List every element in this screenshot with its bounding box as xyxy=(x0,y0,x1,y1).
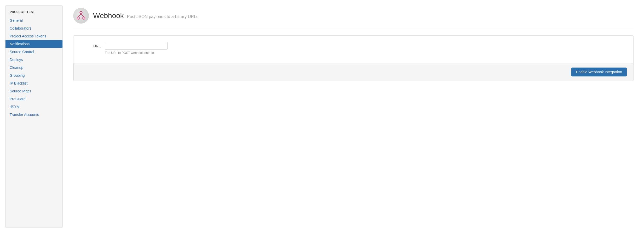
page-header: Webhook Post JSON payloads to arbitrary … xyxy=(73,8,634,29)
project-label: PROJECT: TEST xyxy=(5,9,62,16)
main-content: Webhook Post JSON payloads to arbitrary … xyxy=(68,5,639,228)
url-field-group: The URL to POST webhook data to xyxy=(105,42,168,55)
sidebar-item-source-maps[interactable]: Source Maps xyxy=(5,87,62,95)
page-title: Webhook xyxy=(93,12,124,20)
sidebar-item-transfer-accounts[interactable]: Transfer Accounts xyxy=(5,111,62,119)
title-group: Webhook Post JSON payloads to arbitrary … xyxy=(93,12,198,20)
action-panel: Enable Webhook Integration xyxy=(73,63,633,81)
url-hint: The URL to POST webhook data to xyxy=(105,51,168,55)
sidebar-item-project-access-tokens[interactable]: Project Access Tokens xyxy=(5,32,62,40)
sidebar-item-deploys[interactable]: Deploys xyxy=(5,56,62,64)
sidebar-item-proguard[interactable]: ProGuard xyxy=(5,95,62,103)
url-label: URL xyxy=(80,42,101,48)
svg-point-2 xyxy=(83,17,85,19)
enable-webhook-button[interactable]: Enable Webhook Integration xyxy=(571,68,627,76)
svg-point-1 xyxy=(77,17,79,19)
sidebar-item-dsym[interactable]: dSYM xyxy=(5,103,62,111)
sidebar: PROJECT: TEST General Collaborators Proj… xyxy=(5,5,63,228)
svg-point-0 xyxy=(80,12,82,14)
sidebar-item-cleanup[interactable]: Cleanup xyxy=(5,64,62,71)
url-input[interactable] xyxy=(105,42,168,50)
webhook-icon xyxy=(73,8,89,24)
sidebar-item-collaborators[interactable]: Collaborators xyxy=(5,24,62,32)
webhook-svg xyxy=(76,11,86,20)
sidebar-item-source-control[interactable]: Source Control xyxy=(5,48,62,56)
url-form-row: URL The URL to POST webhook data to xyxy=(80,42,627,55)
card-body: URL The URL to POST webhook data to xyxy=(73,36,633,63)
webhook-form-card: URL The URL to POST webhook data to Enab… xyxy=(73,35,634,81)
sidebar-item-notifications[interactable]: Notifications xyxy=(5,40,62,48)
sidebar-item-ip-blacklist[interactable]: IP Blacklist xyxy=(5,79,62,87)
page-subtitle: Post JSON payloads to arbitrary URLs xyxy=(127,14,198,19)
sidebar-item-grouping[interactable]: Grouping xyxy=(5,71,62,79)
sidebar-item-general[interactable]: General xyxy=(5,16,62,24)
